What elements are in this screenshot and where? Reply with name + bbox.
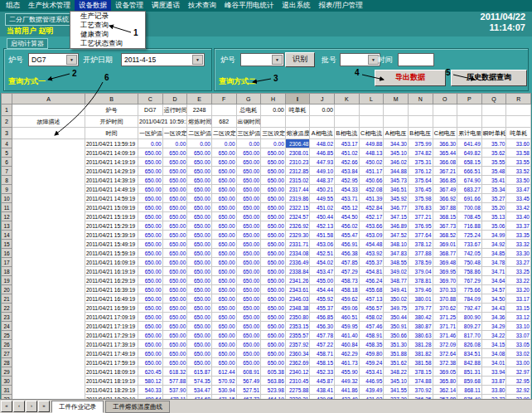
row-number[interactable]: 18	[2, 267, 12, 276]
header-cell[interactable]: 三区炉温	[236, 128, 261, 139]
data-cell[interactable]: 32.92	[506, 386, 531, 395]
data-cell[interactable]: 455.92	[310, 294, 335, 304]
data-cell[interactable]: 458.15	[310, 358, 335, 367]
row-number[interactable]: 8	[2, 176, 12, 185]
data-cell[interactable]: 376.45	[408, 185, 433, 194]
header-cell[interactable]: C相电压	[433, 128, 457, 139]
data-cell[interactable]: 650.00	[138, 340, 163, 349]
fault-desc-cell[interactable]	[12, 148, 85, 158]
sheet-nav-next-icon[interactable]: ›	[26, 401, 37, 412]
data-cell[interactable]: 2346.03	[285, 294, 310, 304]
data-cell[interactable]: 371.71	[433, 322, 457, 331]
data-cell[interactable]: 2341.26	[285, 276, 310, 285]
row-number[interactable]: 3	[2, 128, 12, 139]
data-cell[interactable]: 379.04	[408, 267, 433, 276]
header-cell[interactable]	[433, 104, 457, 116]
data-cell[interactable]: 34.15	[481, 340, 506, 349]
data-cell[interactable]: 650.00	[261, 294, 286, 304]
data-cell[interactable]: 650.00	[211, 340, 236, 349]
data-cell[interactable]: 650.00	[261, 176, 286, 185]
data-cell[interactable]: 650.00	[236, 203, 261, 212]
data-cell[interactable]: 34.36	[481, 313, 506, 322]
data-cell[interactable]: 650.00	[187, 349, 212, 358]
data-cell[interactable]: 580.12	[138, 377, 163, 386]
data-cell[interactable]: 650.00	[236, 185, 261, 194]
data-cell[interactable]: 456.02	[335, 221, 360, 231]
data-cell[interactable]: 650.00	[138, 212, 163, 221]
data-cell[interactable]: 650.00	[187, 304, 212, 313]
data-cell[interactable]: 451.39	[359, 194, 384, 203]
data-cell[interactable]: 650.00	[211, 331, 236, 340]
data-cell[interactable]: 375.64	[408, 176, 433, 185]
data-cell[interactable]: 459.24	[359, 358, 384, 367]
data-cell[interactable]: 650.00	[187, 176, 212, 185]
data-cell[interactable]: 370.88	[433, 294, 457, 304]
row-number[interactable]: 1	[2, 104, 12, 116]
data-cell[interactable]: 650.00	[236, 240, 261, 249]
column-letter[interactable]: E	[187, 94, 212, 104]
data-cell[interactable]: 650.00	[236, 294, 261, 304]
data-cell[interactable]: 650.00	[211, 249, 236, 258]
header-cell[interactable]: 一区炉温	[138, 128, 163, 139]
data-cell[interactable]: 784.09	[457, 294, 482, 304]
data-cell[interactable]: 2362.69	[285, 358, 310, 367]
data-cell[interactable]: 650.00	[162, 176, 187, 185]
data-cell[interactable]: 650.00	[236, 349, 261, 358]
data-cell[interactable]: 33.12	[506, 313, 531, 322]
data-cell[interactable]: 0.00	[187, 139, 212, 148]
data-cell[interactable]: 457.46	[359, 322, 384, 331]
data-cell[interactable]: 33.50	[506, 176, 531, 185]
data-cell[interactable]: 650.00	[211, 313, 236, 322]
header-cell[interactable]	[384, 116, 409, 128]
data-cell[interactable]: 450.44	[310, 212, 335, 221]
data-cell[interactable]: 650.00	[138, 304, 163, 313]
data-cell[interactable]: 650.00	[236, 258, 261, 267]
data-cell[interactable]: 378.15	[408, 367, 433, 377]
header-cell[interactable]: 出钢时间	[236, 116, 261, 128]
data-cell[interactable]: 650.00	[211, 276, 236, 285]
data-cell[interactable]: 453.47	[310, 267, 335, 276]
data-cell[interactable]: 650.00	[261, 240, 286, 249]
data-cell[interactable]: 2315.02	[285, 176, 310, 185]
data-cell[interactable]: 0.00	[211, 139, 236, 148]
data-cell[interactable]: 523.98	[261, 386, 286, 395]
data-cell[interactable]: 460.51	[335, 313, 360, 322]
row-number[interactable]: 14	[2, 231, 12, 240]
data-cell[interactable]: 33.00	[506, 358, 531, 367]
data-cell[interactable]: 650.00	[211, 294, 236, 304]
data-cell[interactable]: 650.00	[236, 231, 261, 240]
data-cell[interactable]: 650.00	[261, 158, 286, 167]
column-letter[interactable]: B	[85, 94, 138, 104]
data-cell[interactable]: 33.17	[506, 294, 531, 304]
data-cell[interactable]: 650.00	[261, 322, 286, 331]
fault-desc-cell[interactable]	[12, 167, 85, 176]
row-number[interactable]: 22	[2, 304, 12, 313]
data-cell[interactable]: 674.90	[457, 176, 482, 185]
header-cell[interactable]	[12, 104, 85, 116]
data-cell[interactable]: 441.86	[335, 386, 360, 395]
fault-desc-cell[interactable]	[12, 267, 85, 276]
header-cell[interactable]: 三区设定	[261, 128, 286, 139]
data-cell[interactable]: 650.00	[261, 349, 286, 358]
data-cell[interactable]: 453.84	[335, 167, 360, 176]
data-cell[interactable]: 650.00	[261, 313, 286, 322]
time-field[interactable]	[398, 53, 434, 66]
data-cell[interactable]: 451.02	[310, 203, 335, 212]
data-cell[interactable]: 369.01	[433, 240, 457, 249]
data-cell[interactable]: 612.44	[211, 367, 236, 377]
data-cell[interactable]: 650.00	[138, 231, 163, 240]
data-cell[interactable]: 457.78	[310, 331, 335, 340]
header-cell[interactable]: 熔炼时间	[187, 116, 212, 128]
data-cell[interactable]: 650.00	[187, 148, 212, 158]
data-cell[interactable]: 461.73	[335, 358, 360, 367]
fault-desc-cell[interactable]	[12, 313, 85, 322]
data-cell[interactable]: 650.00	[138, 203, 163, 212]
data-cell[interactable]: 33.30	[506, 249, 531, 258]
data-cell[interactable]: 33.02	[506, 349, 531, 358]
data-cell[interactable]: 650.00	[211, 304, 236, 313]
header-cell[interactable]: B相电压	[408, 128, 433, 139]
data-cell[interactable]: 650.00	[162, 267, 187, 276]
fault-desc-cell[interactable]	[12, 322, 85, 331]
row-number[interactable]: 27	[2, 349, 12, 358]
data-cell[interactable]: 650.00	[211, 285, 236, 294]
